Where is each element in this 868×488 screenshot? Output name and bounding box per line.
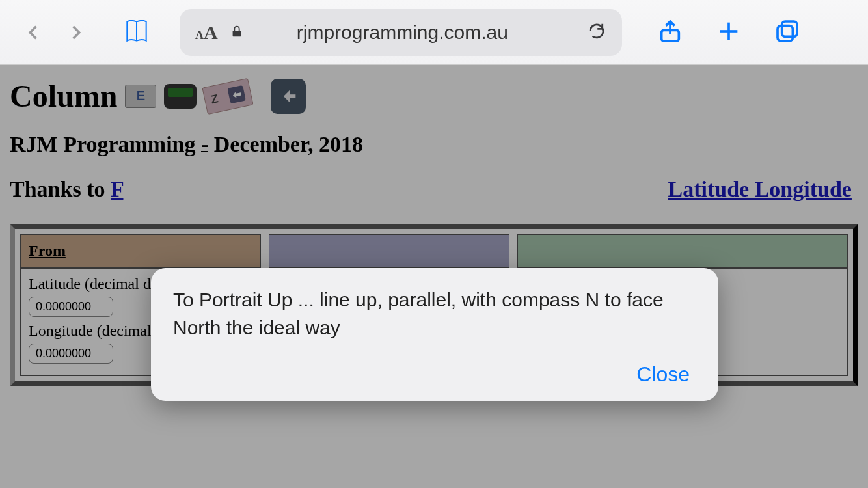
new-tab-icon[interactable] xyxy=(716,18,742,47)
tabs-icon[interactable] xyxy=(774,18,800,47)
close-button[interactable]: Close xyxy=(630,359,696,390)
svg-rect-3 xyxy=(782,21,797,36)
page-content: Column Z⬅ RJM Programming - December, 20… xyxy=(0,65,868,488)
url-text: rjmprogramming.com.au xyxy=(230,21,575,44)
address-bar[interactable]: AA rjmprogramming.com.au xyxy=(180,9,622,56)
alert-dialog: To Portrait Up ... line up, parallel, wi… xyxy=(151,268,718,401)
forward-button[interactable] xyxy=(61,18,90,47)
alert-message: To Portrait Up ... line up, parallel, wi… xyxy=(173,286,696,342)
reader-aa-icon[interactable]: AA xyxy=(195,21,218,44)
bookmarks-icon[interactable] xyxy=(122,17,151,48)
browser-toolbar: AA rjmprogramming.com.au xyxy=(0,0,868,65)
share-icon[interactable] xyxy=(657,18,683,47)
reload-icon[interactable] xyxy=(587,21,606,44)
svg-rect-4 xyxy=(778,25,793,40)
back-button[interactable] xyxy=(20,18,48,47)
